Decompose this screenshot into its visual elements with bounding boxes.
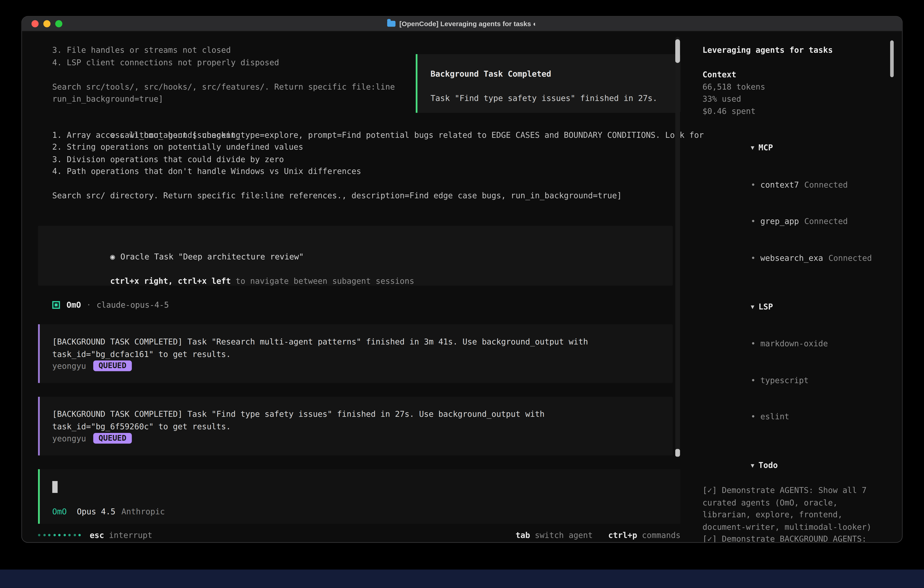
hint-text: to navigate between subagent sessions	[231, 276, 414, 285]
tool-call-block: ⚙call_omo_agent [subagent_type=explore, …	[52, 116, 704, 202]
tool-call-line: 2. String operations on potentially unde…	[52, 141, 704, 153]
task-message-line: [BACKGROUND TASK COMPLETED] Task "Find t…	[52, 408, 673, 420]
scrollback-line: 4. LSP client connections not properly d…	[52, 56, 395, 68]
status-bar-right: tab switch agent ctrl+p commands	[516, 530, 680, 540]
sidebar: Leveraging agents for tasks Context 66,5…	[694, 31, 902, 542]
toast-body: Task "Find type safety issues" finished …	[431, 92, 671, 104]
task-message: [BACKGROUND TASK COMPLETED] Task "Find t…	[38, 397, 673, 456]
task-message-line: task_id="bg_6f59260c" to get results.	[52, 420, 673, 433]
mcp-status: Connected	[804, 180, 848, 189]
tool-call-line: Search src/ directory. Return specific f…	[52, 189, 704, 202]
ctrl-p-key-hint: ctrl+p	[608, 530, 637, 540]
triangle-collapse-icon: ▼	[751, 303, 754, 310]
lsp-item: •eslint	[703, 398, 891, 435]
model-row: OmO Opus 4.5 Anthropic	[52, 505, 680, 518]
context-used: 33% used	[703, 92, 891, 105]
terminal-window: [OpenCode] Leveraging agents for tasks ◐…	[22, 17, 902, 542]
minimize-window-button[interactable]	[43, 20, 51, 27]
todo-item: [✓] Demonstrate AGENTS: Show all 7 curat…	[703, 484, 891, 533]
traffic-lights	[31, 17, 62, 31]
chat-scrollbar-thumb[interactable]	[675, 39, 680, 63]
bullet-icon: •	[751, 411, 756, 421]
oracle-task-icon: ◉	[110, 251, 115, 261]
scrollback-line	[52, 68, 395, 81]
tool-call-line	[52, 177, 704, 190]
agent-model: claude-opus-4-5	[97, 300, 169, 310]
desktop-bottom-strip	[0, 570, 924, 588]
oracle-navigation-hint: ctrl+x right, ctrl+x left to navigate be…	[52, 263, 673, 275]
task-author: yeongyu	[52, 432, 86, 444]
mcp-status: Connected	[828, 253, 872, 262]
task-message-line: task_id="bg_dcfac161" to get results.	[52, 348, 673, 360]
window-content: 3. File handles or streams not closed 4.…	[22, 31, 902, 542]
oracle-task-panel: ◉Oracle Task "Deep architecture review" …	[38, 226, 673, 286]
agent-name: OmO	[67, 300, 81, 310]
status-bar: esc interrupt tab switch agent ctrl+p co…	[38, 529, 680, 542]
context-spent: $0.46 spent	[703, 105, 891, 117]
scrollback-line: Search src/tools/, src/hooks/, src/featu…	[52, 81, 395, 93]
task-message: [BACKGROUND TASK COMPLETED] Task "Resear…	[38, 324, 673, 383]
sidebar-scrollbar-thumb[interactable]	[890, 40, 894, 77]
task-message-line: [BACKGROUND TASK COMPLETED] Task "Resear…	[52, 335, 673, 348]
tool-call-line: 4. Path operations that don't handle Win…	[52, 165, 704, 177]
mcp-status: Connected	[804, 216, 848, 226]
mcp-item: •websearch_exaConnected	[703, 239, 891, 276]
maximize-window-button[interactable]	[55, 20, 62, 27]
agent-separator: ·	[86, 300, 91, 310]
lsp-item: •markdown-oxide	[703, 325, 891, 362]
titlebar: [OpenCode] Leveraging agents for tasks ◐	[22, 17, 902, 31]
session-title: Leveraging agents for tasks	[703, 44, 891, 56]
queued-badge: QUEUED	[93, 433, 132, 444]
close-window-button[interactable]	[31, 20, 38, 27]
toast-title: Background Task Completed	[431, 68, 671, 80]
triangle-collapse-icon: ▼	[751, 462, 754, 469]
todo-item: [✓] Demonstrate BACKGROUND AGENTS: Run p…	[703, 533, 891, 542]
scrollback-line: 3. File handles or streams not closed	[52, 44, 395, 56]
spinner-dots-icon	[38, 534, 81, 537]
scrollback-text: 3. File handles or streams not closed 4.…	[52, 44, 395, 105]
folder-icon	[387, 21, 395, 26]
mcp-item: •grep_appConnected	[703, 203, 891, 239]
desktop: [OpenCode] Leveraging agents for tasks ◐…	[0, 0, 924, 588]
bullet-icon: •	[751, 180, 756, 189]
bullet-icon: •	[751, 253, 756, 262]
todo-section-header[interactable]: ▼Todo	[703, 447, 891, 484]
window-title: [OpenCode] Leveraging agents for tasks ◐	[399, 20, 537, 27]
scrollback-line: run_in_background=true]	[52, 92, 395, 105]
mcp-item: •context7Connected	[703, 166, 891, 203]
agent-header: OmO · claude-opus-4-5	[52, 299, 169, 311]
hint-keys: ctrl+x right, ctrl+x left	[110, 276, 231, 285]
queued-badge: QUEUED	[93, 361, 132, 371]
bullet-icon: •	[751, 375, 756, 385]
background-task-toast: Background Task Completed Task "Find typ…	[416, 54, 680, 113]
oracle-task-title: Oracle Task "Deep architecture review"	[120, 251, 304, 261]
task-message-meta: yeongyu QUEUED	[52, 360, 673, 372]
text-cursor	[52, 481, 58, 493]
task-author: yeongyu	[52, 360, 86, 372]
context-header: Context	[703, 68, 891, 81]
tab-key-label: switch agent	[535, 530, 593, 540]
agent-square-icon	[52, 301, 60, 309]
task-message-meta: yeongyu QUEUED	[52, 432, 673, 444]
esc-key-hint: esc	[89, 530, 104, 540]
ctrl-p-key-label: commands	[642, 530, 680, 540]
triangle-collapse-icon: ▼	[751, 144, 754, 151]
mcp-section-header[interactable]: ▼MCP	[703, 129, 891, 166]
chat-scrollbar-track[interactable]	[675, 37, 680, 457]
input-agent-name: OmO	[52, 507, 67, 516]
esc-key-label: interrupt	[109, 530, 152, 540]
lsp-item: •typescript	[703, 362, 891, 398]
bullet-icon: •	[751, 339, 756, 348]
context-tokens: 66,518 tokens	[703, 81, 891, 93]
bullet-icon: •	[751, 216, 756, 226]
input-model-name: Opus 4.5	[77, 507, 116, 516]
prompt-input[interactable]: OmO Opus 4.5 Anthropic	[38, 469, 680, 524]
tool-call-line: 3. Division operations that could divide…	[52, 153, 704, 165]
lsp-section-header[interactable]: ▼LSP	[703, 288, 891, 325]
input-model-provider: Anthropic	[121, 507, 165, 516]
chat-pane: 3. File handles or streams not closed 4.…	[22, 31, 694, 542]
chat-scrollbar-thumb-end[interactable]	[675, 449, 680, 457]
tab-key-hint: tab	[516, 530, 530, 540]
window-title-group: [OpenCode] Leveraging agents for tasks ◐	[387, 20, 537, 27]
